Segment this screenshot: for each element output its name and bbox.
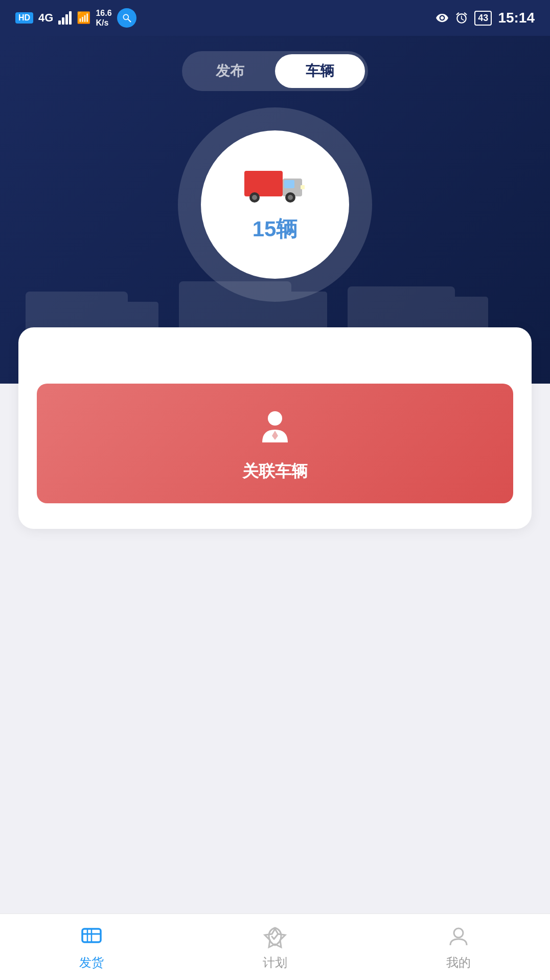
wifi-icon: 📶: [77, 11, 90, 25]
tab-publish[interactable]: 发布: [185, 54, 275, 88]
nav-item-mine[interactable]: 我的: [366, 924, 550, 971]
battery-indicator: 43: [474, 11, 492, 26]
svg-rect-16: [284, 180, 294, 188]
person-icon: [255, 409, 295, 450]
signal-label: 4G: [38, 11, 53, 25]
associate-vehicle-label: 关联车辆: [242, 460, 308, 483]
signal-bars: [58, 11, 72, 25]
mine-icon: [445, 924, 472, 950]
clock-display: 15:14: [498, 10, 535, 26]
bottom-nav: 发货 计划 我的: [0, 914, 550, 980]
eye-icon: [436, 11, 449, 25]
ship-icon: [78, 924, 105, 950]
search-icon[interactable]: [117, 8, 136, 28]
plan-icon: [262, 924, 288, 950]
svg-point-27: [454, 928, 463, 938]
nav-item-plan[interactable]: 计划: [184, 924, 367, 971]
tab-toggle: 发布 车辆: [182, 51, 368, 91]
associate-vehicle-button[interactable]: 关联车辆: [37, 384, 513, 503]
svg-line-1: [128, 19, 130, 22]
vehicle-count-circle-outer: 15辆: [178, 107, 372, 302]
status-right: 43 15:14: [436, 10, 535, 26]
nav-ship-label: 发货: [79, 954, 104, 971]
vehicle-count-circle-inner: 15辆: [201, 130, 349, 279]
truck-icon: [244, 166, 306, 207]
main-card: 关联车辆: [18, 327, 532, 529]
svg-rect-21: [301, 185, 305, 189]
status-left: HD 4G 📶 16.6K/s: [15, 8, 136, 28]
svg-point-20: [288, 195, 293, 200]
svg-point-22: [268, 411, 282, 426]
alarm-icon: [455, 11, 468, 25]
nav-mine-label: 我的: [446, 954, 471, 971]
nav-plan-label: 计划: [263, 954, 287, 971]
hd-badge: HD: [15, 12, 33, 24]
svg-point-18: [252, 195, 257, 200]
status-bar: HD 4G 📶 16.6K/s 43 15:14: [0, 0, 550, 36]
svg-rect-14: [244, 171, 283, 196]
speed-text: 16.6K/s: [96, 8, 111, 28]
nav-item-ship[interactable]: 发货: [0, 924, 184, 971]
tab-vehicle[interactable]: 车辆: [275, 54, 365, 88]
vehicle-count-text: 15辆: [253, 215, 298, 243]
